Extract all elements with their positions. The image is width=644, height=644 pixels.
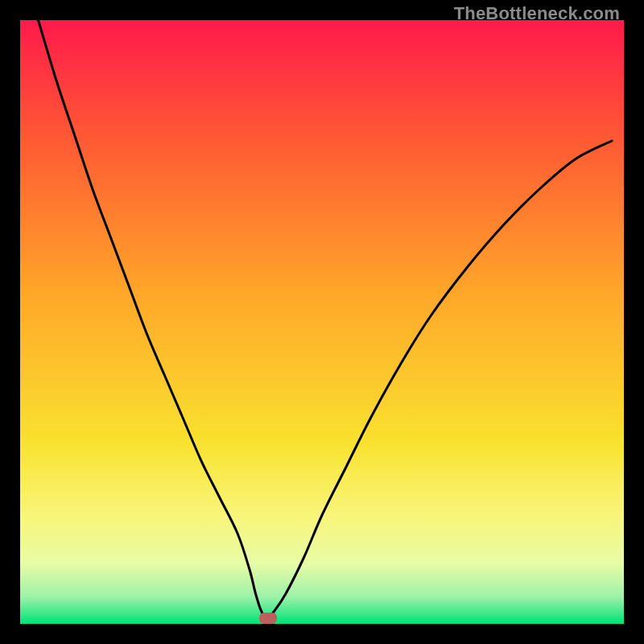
chart-frame	[20, 20, 624, 624]
gradient-background	[20, 20, 624, 624]
watermark-text: TheBottleneck.com	[454, 3, 620, 24]
optimal-point-marker	[259, 613, 277, 624]
bottleneck-plot	[20, 20, 624, 624]
